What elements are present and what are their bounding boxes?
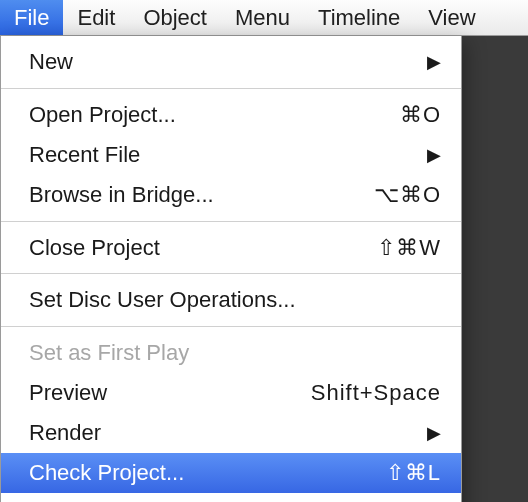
menubar-label: File <box>14 5 49 31</box>
menubar-label: Object <box>143 5 207 31</box>
menu-item-label: Set as First Play <box>29 337 441 369</box>
menu-item-label: Preview <box>29 377 311 409</box>
menubar-item-edit[interactable]: Edit <box>63 0 129 35</box>
menu-item-label: Build <box>29 497 427 502</box>
menu-item-label: New <box>29 46 427 78</box>
menu-separator <box>1 273 461 274</box>
menu-item-label: Set Disc User Operations... <box>29 284 441 316</box>
menubar-item-object[interactable]: Object <box>129 0 221 35</box>
menu-item-preview[interactable]: Preview Shift+Space <box>1 373 461 413</box>
menu-item-set-disc-user-ops[interactable]: Set Disc User Operations... <box>1 280 461 320</box>
menubar-item-menu[interactable]: Menu <box>221 0 304 35</box>
menu-item-shortcut: ⇧⌘L <box>386 457 441 489</box>
menu-item-build[interactable]: Build ▶ <box>1 493 461 502</box>
menubar-item-file[interactable]: File <box>0 0 63 35</box>
menubar-label: View <box>428 5 475 31</box>
menu-separator <box>1 88 461 89</box>
menu-item-label: Render <box>29 417 427 449</box>
menu-item-shortcut: ⇧⌘W <box>377 232 441 264</box>
menu-item-label: Close Project <box>29 232 377 264</box>
menu-item-close-project[interactable]: Close Project ⇧⌘W <box>1 228 461 268</box>
menu-item-set-first-play: Set as First Play <box>1 333 461 373</box>
menu-item-recent-file[interactable]: Recent File ▶ <box>1 135 461 175</box>
menu-separator <box>1 326 461 327</box>
menubar-label: Edit <box>77 5 115 31</box>
menubar: File Edit Object Menu Timeline View <box>0 0 528 36</box>
menu-item-new[interactable]: New ▶ <box>1 42 461 82</box>
menu-item-shortcut: ⌥⌘O <box>374 179 441 211</box>
submenu-arrow-icon: ▶ <box>427 53 441 71</box>
menu-item-shortcut: Shift+Space <box>311 377 441 409</box>
submenu-arrow-icon: ▶ <box>427 146 441 164</box>
menu-item-browse-bridge[interactable]: Browse in Bridge... ⌥⌘O <box>1 175 461 215</box>
menu-item-open-project[interactable]: Open Project... ⌘O <box>1 95 461 135</box>
menu-item-label: Recent File <box>29 139 427 171</box>
menu-item-label: Check Project... <box>29 457 386 489</box>
menu-item-label: Browse in Bridge... <box>29 179 374 211</box>
menu-separator <box>1 221 461 222</box>
menu-item-label: Open Project... <box>29 99 400 131</box>
menubar-label: Menu <box>235 5 290 31</box>
menu-item-shortcut: ⌘O <box>400 99 441 131</box>
file-menu-dropdown: New ▶ Open Project... ⌘O Recent File ▶ B… <box>0 36 462 502</box>
menubar-item-timeline[interactable]: Timeline <box>304 0 414 35</box>
submenu-arrow-icon: ▶ <box>427 424 441 442</box>
menubar-label: Timeline <box>318 5 400 31</box>
menu-item-check-project[interactable]: Check Project... ⇧⌘L <box>1 453 461 493</box>
menu-item-render[interactable]: Render ▶ <box>1 413 461 453</box>
menubar-item-view[interactable]: View <box>414 0 489 35</box>
